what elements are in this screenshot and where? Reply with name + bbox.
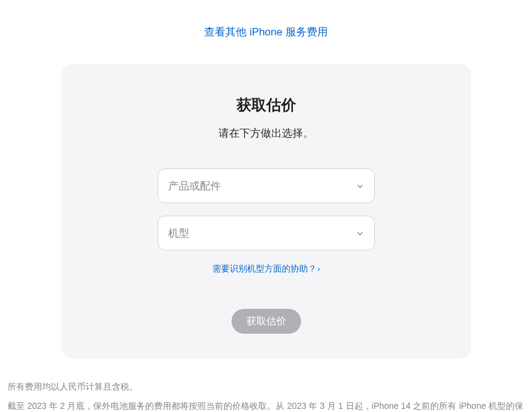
product-select[interactable]: 产品或配件 (158, 168, 375, 203)
get-estimate-button[interactable]: 获取估价 (232, 309, 301, 334)
estimate-card: 获取估价 请在下方做出选择。 产品或配件 机型 需要识别机型方面的协助？› 获取 (61, 64, 471, 359)
model-select-wrapper: 机型 (158, 216, 375, 250)
chevron-right-icon: › (318, 265, 320, 273)
top-link-container: 查看其他 iPhone 服务费用 (0, 25, 532, 39)
footer-tax-note: 所有费用均以人民币计算且含税。 (7, 377, 525, 396)
card-subtitle: 请在下方做出选择。 (86, 126, 446, 140)
chevron-down-icon (356, 181, 364, 190)
model-select-placeholder: 机型 (168, 226, 189, 240)
card-title: 获取估价 (86, 95, 446, 115)
model-select[interactable]: 机型 (158, 216, 375, 250)
identify-model-help-link[interactable]: 需要识别机型方面的协助？› (212, 263, 320, 273)
help-link-container: 需要识别机型方面的协助？› (86, 263, 446, 275)
product-select-wrapper: 产品或配件 (158, 168, 375, 203)
product-select-placeholder: 产品或配件 (168, 179, 221, 193)
other-services-link[interactable]: 查看其他 iPhone 服务费用 (204, 26, 327, 38)
footer-note-text: 截至 2023 年 2 月底，保外电池服务的费用都将按照当前的价格收取。从 20… (7, 401, 523, 412)
chevron-down-icon (356, 229, 364, 237)
footer-price-note: 截至 2023 年 2 月底，保外电池服务的费用都将按照当前的价格收取。从 20… (7, 396, 525, 412)
help-link-label: 需要识别机型方面的协助？ (212, 263, 317, 273)
